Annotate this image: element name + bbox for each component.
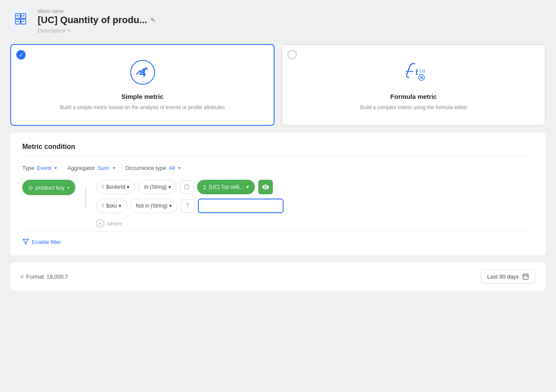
type-label: Type: [22, 165, 34, 171]
condition-section: Metric condition Type Event Aggregator S…: [10, 133, 546, 255]
where-add-button[interactable]: + where: [96, 219, 534, 228]
filter-icon: [22, 238, 29, 245]
event-pill[interactable]: ⊙ product buy ▾: [22, 180, 75, 195]
field1-select[interactable]: T $orderId ▾: [96, 180, 135, 194]
metric-type-cards: ✓ 4 Simple metric Build a simple metric …: [10, 44, 546, 126]
filter-row-2: T $sku ▾ Not in (String) ▾ T: [96, 199, 534, 213]
formula-card-check: [287, 50, 297, 59]
metric-name-label: Metric name: [38, 9, 155, 14]
field2-select[interactable]: T $sku ▾: [96, 199, 127, 213]
operator2-select[interactable]: Not in (String) ▾: [130, 199, 177, 213]
simple-card-check: ✓: [16, 50, 26, 59]
operator1-select[interactable]: In (String) ▾: [138, 180, 176, 194]
aggregator-label: Aggregator: [67, 165, 95, 171]
formula-metric-desc: Build a complex metric using the formula…: [360, 104, 467, 111]
formula-metric-title: Formula metric: [390, 93, 436, 100]
plus-circle-icon: +: [96, 219, 105, 228]
simple-metric-icon: 4: [129, 59, 156, 86]
condition-title: Metric condition: [22, 143, 534, 156]
metric-icon: [10, 9, 31, 29]
svg-rect-18: [523, 274, 528, 279]
metric-ref-pill[interactable]: Σ [UC] Top selli... ▾: [197, 180, 255, 194]
occurrence-type-label: Occurrence type: [126, 165, 166, 171]
eye-button[interactable]: [258, 180, 273, 194]
svg-marker-17: [23, 239, 28, 244]
occurrence-type-control: Occurrence type All: [126, 165, 183, 171]
formula-metric-icon: f ( x ): [400, 59, 427, 86]
connector-line: [85, 187, 86, 208]
filter-row-1: T $orderId ▾ In (String) ▾ Σ [UC] Top se…: [96, 180, 534, 194]
simple-metric-desc: Build a simple metric based on the analy…: [60, 104, 225, 111]
metric-title: [UC] Quantity of produ... ✎: [38, 15, 155, 26]
calendar-icon: [522, 273, 529, 280]
metric-description: Description ✎: [38, 27, 155, 34]
copy-icon-btn-1[interactable]: [180, 180, 194, 194]
aggregator-dropdown[interactable]: Sum: [98, 165, 117, 171]
hash-icon: #: [21, 273, 24, 280]
last-days-button[interactable]: Last 90 days: [481, 269, 535, 284]
condition-controls-row: Type Event Aggregator Sum Occurrence typ…: [22, 165, 534, 171]
title-edit-icon[interactable]: ✎: [150, 17, 155, 24]
occurrence-type-dropdown[interactable]: All: [169, 165, 182, 171]
aggregator-control: Aggregator Sum: [67, 165, 117, 171]
type-control: Type Event: [22, 165, 59, 171]
enable-filter-row[interactable]: Enable filter: [22, 231, 534, 245]
filter-conditions: T $orderId ▾ In (String) ▾ Σ [UC] Top se…: [96, 180, 534, 228]
format-display: # Format 19,000.7: [21, 273, 68, 280]
value-text-input[interactable]: [198, 199, 284, 213]
filter-area: ⊙ product buy ▾ T $orderId ▾ In: [22, 180, 534, 228]
page-header: Metric name [UC] Quantity of produ... ✎ …: [10, 9, 546, 34]
description-edit-icon[interactable]: ✎: [67, 28, 72, 34]
copy-icon-btn-2[interactable]: T: [181, 199, 194, 213]
footer-bar: # Format 19,000.7 Last 90 days: [10, 262, 546, 291]
svg-text:): ): [424, 68, 425, 73]
formula-metric-card[interactable]: f ( x ) Formula metric Build a complex m…: [281, 44, 546, 126]
svg-text:f: f: [416, 68, 418, 77]
connector-area: [81, 180, 91, 208]
simple-metric-title: Simple metric: [121, 93, 163, 100]
simple-metric-card[interactable]: ✓ 4 Simple metric Build a simple metric …: [10, 44, 275, 126]
type-dropdown[interactable]: Event: [37, 165, 59, 171]
